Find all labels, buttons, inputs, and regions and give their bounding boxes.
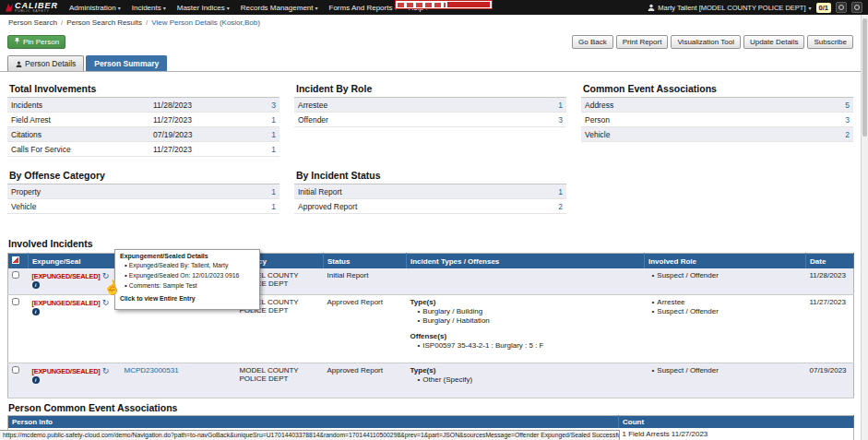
- refresh-icon[interactable]: ↻: [102, 298, 110, 307]
- col-status: Status: [324, 254, 407, 269]
- count-link[interactable]: 1: [248, 187, 276, 196]
- panel-row: Address 5: [581, 98, 853, 113]
- panel-row: Arrestee 1: [294, 98, 566, 113]
- incident-number-link[interactable]: MCPD23000531: [125, 366, 179, 375]
- refresh-icon[interactable]: ↻: [102, 366, 110, 375]
- visualization-tool-button[interactable]: Visualization Tool: [671, 35, 741, 49]
- info-icon[interactable]: i: [32, 281, 40, 289]
- panel-by-offense-category: By Offense Category Property 1 Vehicle 1: [7, 168, 279, 214]
- count-link[interactable]: 1: [535, 101, 563, 110]
- panel-title: By Offense Category: [7, 168, 279, 184]
- tooltip-footer: Click to view Entire Entry: [120, 295, 255, 302]
- menu-incidents[interactable]: Incidents▾: [132, 4, 166, 12]
- incident-row: [EXPUNGED/SEALED] ↻ i MCPD23000531 MODEL…: [8, 363, 854, 398]
- row-select-checkbox[interactable]: [12, 298, 19, 305]
- chevron-down-icon: ▾: [315, 5, 318, 11]
- user-menu[interactable]: Marty Tallent [MODEL COUNTY POLICE DEPT]…: [648, 4, 811, 12]
- status-cell: Initial Report: [324, 268, 407, 294]
- notifications-button[interactable]: [836, 2, 847, 13]
- types-offenses-cell: [407, 268, 645, 294]
- summary-panels-row-1: Total Involvements Incidents 11/28/2023 …: [7, 81, 853, 157]
- expunged-sealed-label: [EXPUNGED/SEALED]: [32, 272, 101, 280]
- pin-icon: [14, 38, 20, 45]
- breadcrumb: Person Search / Person Search Results / …: [0, 15, 868, 30]
- count-link[interactable]: 2: [822, 130, 850, 139]
- associations-title: Person Common Event Associations: [7, 402, 853, 413]
- panel-row: Calls For Service 11/27/2023 1: [7, 142, 279, 157]
- count-link[interactable]: 1: [248, 115, 276, 125]
- panel-title: Total Involvements: [7, 81, 279, 98]
- tab-person-summary[interactable]: Person Summary: [86, 55, 167, 71]
- pin-person-button[interactable]: Pin Person: [7, 35, 65, 49]
- person-icon: [16, 61, 22, 67]
- date-cell: 11/28/2023: [806, 268, 854, 294]
- involved-role-cell: •Suspect / Offender: [645, 363, 806, 398]
- row-select-checkbox[interactable]: [12, 366, 19, 374]
- involved-role-cell: •Arrestee •Suspect / Offender: [645, 294, 806, 363]
- chevron-down-icon: ▾: [227, 5, 230, 11]
- print-report-button[interactable]: Print Report: [616, 35, 669, 49]
- chevron-down-icon: ▾: [809, 5, 812, 11]
- count-link[interactable]: 1: [535, 187, 563, 196]
- menu-records-management[interactable]: Records Management▾: [241, 4, 318, 12]
- count-link[interactable]: 2: [535, 202, 563, 211]
- chevron-down-icon: ▾: [118, 5, 121, 11]
- expunge-legend-icon: [12, 256, 19, 264]
- logoff-button[interactable]: [851, 2, 862, 13]
- refresh-icon[interactable]: ↻: [102, 271, 110, 280]
- status-cell: Approved Report: [324, 294, 407, 363]
- count-link[interactable]: 3: [535, 115, 563, 125]
- col-involved-role: Involved Role: [645, 254, 806, 269]
- panel-total-involvements: Total Involvements Incidents 11/28/2023 …: [7, 81, 279, 157]
- date-cell: 07/19/2023: [806, 363, 854, 398]
- count-link[interactable]: 1: [248, 145, 276, 154]
- scrollbar-thumb[interactable]: [862, 18, 867, 137]
- panel-row: Vehicle 2: [581, 127, 853, 142]
- status-cell: Approved Report: [324, 363, 407, 398]
- panel-row: Citations 07/19/2023 1: [7, 127, 279, 142]
- breadcrumb-separator: /: [61, 18, 63, 27]
- panel-row: Incidents 11/28/2023 3: [7, 98, 279, 113]
- tab-person-details[interactable]: Person Details: [7, 55, 84, 71]
- panel-row: Approved Report 2: [294, 199, 566, 214]
- panel-row: Field Arrest 11/27/2023 1: [7, 113, 279, 127]
- panel-title: Incident By Role: [294, 81, 566, 98]
- caliber-swoosh-icon: [6, 4, 13, 12]
- vertical-scrollbar[interactable]: [861, 15, 868, 440]
- go-back-button[interactable]: Go Back: [572, 35, 613, 49]
- breadcrumb-person-search[interactable]: Person Search: [8, 18, 57, 27]
- tooltip-title: Expungement/Sealed Details: [120, 253, 255, 259]
- count-link[interactable]: 1: [248, 202, 276, 211]
- breadcrumb-person-search-results[interactable]: Person Search Results: [66, 18, 142, 27]
- info-icon[interactable]: i: [32, 376, 40, 384]
- col-person-info: Person Info: [8, 415, 619, 428]
- power-icon: [854, 5, 860, 10]
- user-icon: [648, 4, 655, 11]
- caliber-logo: CALIBER PUBLIC SAFETY: [6, 2, 58, 14]
- action-toolbar: Pin Person Go Back Print Report Visualiz…: [7, 33, 853, 50]
- panel-title: Common Event Associations: [581, 81, 853, 98]
- notification-toast: [395, 0, 493, 9]
- count-link[interactable]: 3: [248, 101, 276, 110]
- expunged-sealed-label: [EXPUNGED/SEALED]: [32, 367, 101, 375]
- panel-title: By Incident Status: [294, 168, 566, 184]
- row-select-checkbox[interactable]: [12, 271, 19, 279]
- select-column-header: [8, 254, 29, 269]
- brand-subtitle: PUBLIC SAFETY: [15, 10, 58, 14]
- association-count-cell: 1 Field Arrests 11/27/2023: [619, 428, 854, 440]
- menu-forms-and-reports[interactable]: Forms And Reports▾: [329, 4, 398, 12]
- menu-administration[interactable]: Administration▾: [69, 4, 121, 12]
- update-details-button[interactable]: Update Details: [743, 35, 804, 49]
- expungement-tooltip: Expungement/Sealed Details •Expunged/Sea…: [114, 249, 260, 310]
- info-icon[interactable]: i: [32, 308, 40, 315]
- count-link[interactable]: 1: [248, 130, 276, 139]
- menu-master-indices[interactable]: Master Indices▾: [177, 4, 230, 12]
- panel-incident-by-role: Incident By Role Arrestee 1 Offender 3: [294, 81, 566, 157]
- main-menu: Administration▾ Incidents▾ Master Indice…: [69, 4, 428, 12]
- count-link[interactable]: 3: [822, 115, 850, 125]
- count-link[interactable]: 5: [822, 101, 850, 110]
- types-offenses-cell: Type(s) •Burglary / Building •Burglary /…: [407, 294, 645, 363]
- app-window: CALIBER PUBLIC SAFETY Administration▾ In…: [0, 0, 868, 440]
- subscribe-button[interactable]: Subscribe: [807, 35, 853, 49]
- panel-row: Property 1: [7, 184, 279, 199]
